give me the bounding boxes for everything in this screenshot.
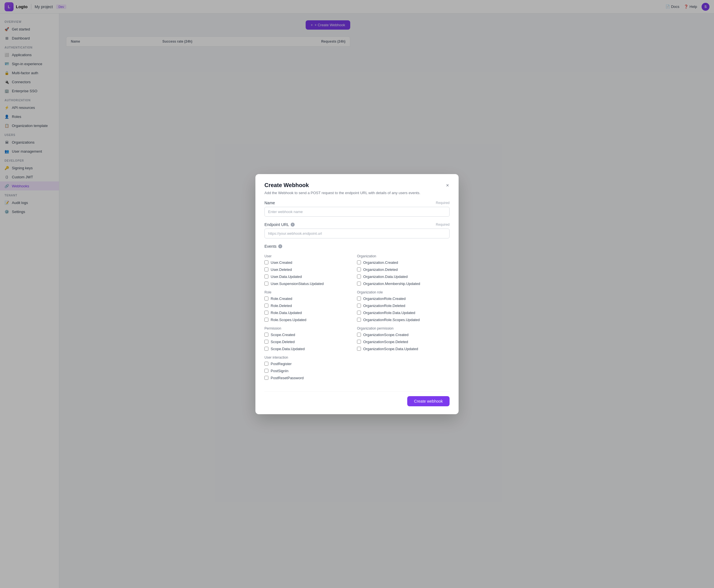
checkbox-user-deleted: User.Deleted: [265, 268, 357, 272]
events-grid: User User.Created User.Deleted User.Data…: [265, 253, 357, 294]
modal-title: Create Webhook: [265, 182, 309, 188]
user-category-label: User: [265, 254, 357, 258]
user-data-updated-checkbox[interactable]: [265, 275, 268, 278]
events-info-icon[interactable]: i: [278, 244, 282, 248]
modal-overlay[interactable]: Create Webhook × Add the Webhook to send…: [0, 0, 357, 294]
checkbox-user-created: User.Created: [265, 260, 357, 265]
endpoint-label: Endpoint URL i: [265, 222, 295, 227]
events-left-col: User User.Created User.Deleted User.Data…: [265, 253, 357, 294]
user-deleted-label: User.Deleted: [271, 268, 292, 272]
name-field-group: Name Required: [265, 201, 357, 217]
events-group: Events i User User.Created: [265, 244, 357, 294]
endpoint-label-row: Endpoint URL i Required: [265, 222, 357, 227]
events-label-row: Events i: [265, 244, 357, 249]
checkbox-user-suspension-status-updated: User.SuspensionStatus.Updated: [265, 281, 357, 286]
user-deleted-checkbox[interactable]: [265, 268, 268, 271]
modal-header: Create Webhook ×: [265, 182, 357, 189]
webhook-endpoint-input[interactable]: [265, 229, 357, 238]
user-suspension-status-updated-checkbox[interactable]: [265, 281, 268, 286]
user-events-section: User User.Created User.Deleted User.Data…: [265, 254, 357, 286]
role-category-label: Role: [265, 290, 357, 294]
user-created-checkbox[interactable]: [265, 260, 268, 265]
name-label: Name: [265, 201, 275, 205]
events-title: Events: [265, 244, 277, 249]
create-webhook-modal: Create Webhook × Add the Webhook to send…: [255, 174, 357, 294]
name-label-row: Name Required: [265, 201, 357, 205]
user-created-label: User.Created: [271, 260, 292, 265]
checkbox-user-data-updated: User.Data.Updated: [265, 275, 357, 279]
user-data-updated-label: User.Data.Updated: [271, 275, 302, 279]
endpoint-info-icon[interactable]: i: [291, 223, 295, 227]
modal-subtitle: Add the Webhook to send a POST request t…: [265, 191, 357, 195]
endpoint-field-group: Endpoint URL i Required: [265, 222, 357, 238]
role-events-section: Role Role.Created Role.Deleted Role.Data…: [265, 290, 357, 294]
user-suspension-status-updated-label: User.SuspensionStatus.Updated: [271, 281, 324, 286]
webhook-name-input[interactable]: [265, 207, 357, 217]
